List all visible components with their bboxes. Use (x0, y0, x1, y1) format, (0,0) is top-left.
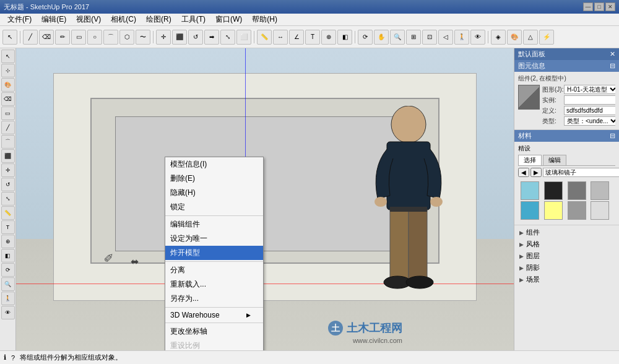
section-style[interactable]: ▶ 风格 (514, 238, 619, 250)
prevview-tool-button[interactable]: ◁ (438, 30, 453, 45)
menu-draw[interactable]: 绘图(R) (141, 13, 176, 26)
mat-nav-fwd[interactable]: ▶ (530, 168, 542, 177)
section-scene[interactable]: ▶ 场景 (514, 274, 619, 285)
lt-eraser[interactable]: ⌫ (1, 92, 15, 106)
cm-reload[interactable]: 重新载入... (165, 277, 263, 292)
mat-nav-back[interactable]: ◀ (518, 168, 529, 177)
cm-lock[interactable]: 锁定 (165, 200, 263, 214)
rotate-tool-button[interactable]: ↺ (188, 30, 203, 45)
cm-edit-component[interactable]: 编辑组件 (165, 217, 263, 232)
component-button[interactable]: ◈ (491, 30, 506, 45)
lt-rotate[interactable]: ↺ (1, 178, 15, 191)
zoomwindow-tool-button[interactable]: ⊞ (406, 30, 421, 45)
lt-select2[interactable]: ⊹ (1, 64, 15, 77)
cm-saveas[interactable]: 另存为... (165, 292, 263, 306)
cm-3dwarehouse[interactable]: 3D Warehouse ▶ (165, 309, 263, 321)
info-icon[interactable]: ℹ (4, 353, 6, 362)
circle-tool-button[interactable]: ○ (87, 30, 102, 45)
menu-tools[interactable]: 工具(T) (176, 13, 210, 26)
freehand-tool-button[interactable]: 〜 (136, 30, 150, 45)
viewport[interactable]: ✏ ⬌ 土 土木工程网 www.civilcn.com 模型信息(I) 删除(E… (16, 48, 514, 350)
lt-zoom[interactable]: 🔍 (1, 277, 15, 291)
sandbox-button[interactable]: △ (523, 30, 538, 45)
text-tool-button[interactable]: T (305, 30, 320, 45)
menu-file[interactable]: 文件(F) (2, 13, 37, 26)
section-layer[interactable]: ▶ 图层 (514, 250, 619, 262)
maximize-button[interactable]: □ (594, 2, 604, 11)
swatch-4[interactable] (591, 181, 609, 200)
cm-hide[interactable]: 隐藏(H) (165, 186, 263, 200)
lt-rect[interactable]: ▭ (1, 106, 15, 120)
lt-walk[interactable]: 🚶 (1, 292, 15, 305)
swatch-5[interactable] (521, 201, 539, 220)
menu-edit[interactable]: 编辑(E) (37, 13, 71, 26)
menu-camera[interactable]: 相机(C) (106, 13, 141, 26)
materials-header[interactable]: 材料 ⊟ (514, 130, 619, 142)
swatch-2[interactable] (544, 181, 563, 200)
section-shadow[interactable]: ▶ 阴影 (514, 262, 619, 274)
menu-view[interactable]: 视图(V) (71, 13, 106, 26)
walk-tool-button[interactable]: 🚶 (454, 30, 469, 45)
swatch-8[interactable] (591, 201, 609, 220)
tab-select[interactable]: 选择 (518, 155, 542, 165)
menu-help[interactable]: 帮助(H) (247, 13, 282, 26)
lt-tape[interactable]: 📏 (1, 206, 15, 220)
swatch-3[interactable] (568, 181, 586, 200)
section-tool-button[interactable]: ◧ (337, 30, 352, 45)
lt-move[interactable]: ✛ (1, 163, 15, 177)
lt-text[interactable]: T (1, 220, 15, 234)
type-select[interactable]: 类型：<unde... (564, 116, 615, 126)
define-input[interactable] (564, 106, 615, 115)
offset-tool-button[interactable]: ⬜ (236, 30, 251, 45)
lt-push[interactable]: ⬛ (1, 149, 15, 163)
line-tool-button[interactable]: ╱ (23, 30, 38, 45)
section-component[interactable]: ▶ 组件 (514, 227, 619, 238)
zoom-tool-button[interactable]: 🔍 (390, 30, 405, 45)
question-icon[interactable]: ? (11, 354, 15, 362)
arc-tool-button[interactable]: ⌒ (103, 30, 118, 45)
polygon-tool-button[interactable]: ⬡ (119, 30, 134, 45)
orbit-tool-button[interactable]: ⟳ (358, 30, 373, 45)
followme-tool-button[interactable]: ➡ (204, 30, 219, 45)
eraser-tool-button[interactable]: ⌫ (39, 30, 54, 45)
lt-select[interactable]: ↖ (1, 50, 15, 63)
cm-explode[interactable]: 炸开模型 (165, 246, 263, 260)
mat-search-input[interactable] (543, 168, 619, 177)
zoomextents-tool-button[interactable]: ⊡ (422, 30, 437, 45)
swatch-6[interactable] (544, 201, 563, 220)
element-info-header[interactable]: 图元信息 ⊟ (514, 60, 619, 72)
menu-window[interactable]: 窗口(W) (210, 13, 247, 26)
protractor-tool-button[interactable]: ∠ (289, 30, 304, 45)
dynamic-button[interactable]: ⚡ (539, 30, 554, 45)
swatch-1[interactable] (521, 181, 539, 200)
tab-edit[interactable]: 编辑 (543, 155, 566, 165)
swatch-7[interactable] (568, 201, 586, 220)
rect-tool-button[interactable]: ▭ (71, 30, 86, 45)
pan-tool-button[interactable]: ✋ (374, 30, 389, 45)
lt-scale[interactable]: ⤡ (1, 192, 15, 206)
paint-button[interactable]: 🎨 (507, 30, 522, 45)
close-button[interactable]: ✕ (605, 2, 615, 11)
cm-delete[interactable]: 删除(E) (165, 171, 263, 186)
select-tool-button[interactable]: ↖ (2, 30, 17, 45)
figure-select[interactable]: H-01-天花造型 (564, 85, 615, 94)
cm-model-info[interactable]: 模型信息(I) (165, 157, 263, 171)
lookat-tool-button[interactable]: 👁 (470, 30, 485, 45)
cm-detach[interactable]: 分离 (165, 263, 263, 277)
panel-close-icon[interactable]: ✕ (610, 50, 615, 58)
dimension-tool-button[interactable]: ↔ (273, 30, 288, 45)
axes-tool-button[interactable]: ⊕ (321, 30, 336, 45)
tape-tool-button[interactable]: 📏 (257, 30, 272, 45)
lt-arc[interactable]: ⌒ (1, 135, 15, 149)
lt-axes[interactable]: ⊕ (1, 235, 15, 248)
cm-make-unique[interactable]: 设定为唯一 (165, 232, 263, 246)
lt-orbit[interactable]: ⟳ (1, 263, 15, 277)
lt-paint[interactable]: 🎨 (1, 78, 15, 92)
lt-eye[interactable]: 👁 (1, 306, 15, 319)
scale-tool-button[interactable]: ⤡ (220, 30, 235, 45)
move-tool-button[interactable]: ✛ (156, 30, 171, 45)
minimize-button[interactable]: — (583, 2, 593, 11)
push-tool-button[interactable]: ⬛ (172, 30, 187, 45)
lt-section[interactable]: ◧ (1, 249, 15, 262)
lt-line[interactable]: ╱ (1, 121, 15, 134)
